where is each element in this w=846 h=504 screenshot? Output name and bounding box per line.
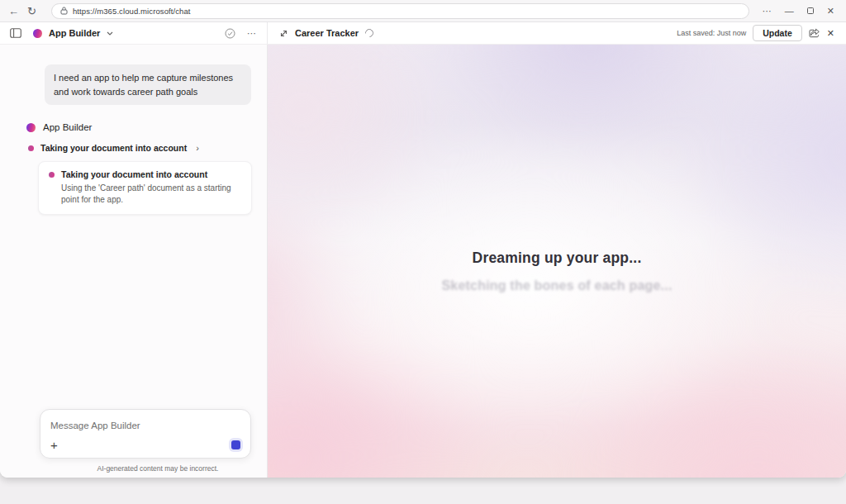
- add-attachment-button[interactable]: +: [50, 439, 58, 451]
- browser-more-icon[interactable]: ⋯: [763, 7, 772, 16]
- last-saved-status: Last saved: Just now: [677, 29, 746, 37]
- status-card: Taking your document into account Using …: [38, 161, 252, 215]
- status-item-label: Taking your document into account: [40, 143, 187, 153]
- window-close-icon[interactable]: ✕: [827, 7, 834, 16]
- assistant-row: App Builder: [26, 122, 267, 132]
- loading-spinner-icon: [364, 27, 375, 39]
- app-builder-avatar-icon: [26, 123, 36, 132]
- message-composer[interactable]: +: [40, 409, 251, 459]
- expand-icon[interactable]: [279, 29, 288, 38]
- status-card-description: Using the 'Career path' document as a st…: [61, 183, 241, 206]
- browser-refresh-icon[interactable]: ↻: [27, 6, 36, 17]
- window-controls: ⋯ — ✕: [763, 7, 838, 16]
- update-button[interactable]: Update: [753, 25, 802, 41]
- url-text: https://m365.cloud.microsoft/chat: [73, 7, 191, 16]
- browser-back-icon[interactable]: ←: [8, 6, 19, 17]
- url-bar[interactable]: https://m365.cloud.microsoft/chat: [51, 3, 749, 19]
- canvas-title: Career Tracker: [295, 28, 359, 38]
- user-message-bubble: I need an app to help me capture milesto…: [45, 64, 251, 105]
- status-card-title: Taking your document into account: [61, 169, 207, 179]
- loading-subtitle: Sketching the bones of each page...: [268, 278, 846, 293]
- chat-panel-header: App Builder ⋯: [0, 22, 268, 44]
- sidebar-toggle-icon[interactable]: [10, 28, 21, 38]
- window-maximize-icon[interactable]: [807, 7, 814, 14]
- app-canvas: Dreaming up your app... Sketching the bo…: [268, 45, 846, 478]
- canvas-header: Career Tracker Last saved: Just now Upda…: [268, 22, 846, 44]
- app-builder-logo-icon: [33, 29, 42, 38]
- status-dot-icon: [28, 145, 34, 151]
- canvas-close-icon[interactable]: ✕: [827, 28, 834, 39]
- browser-chrome: ← ↻ https://m365.cloud.microsoft/chat ⋯ …: [0, 0, 846, 22]
- message-input[interactable]: [50, 421, 240, 430]
- assistant-name: App Builder: [43, 122, 92, 132]
- site-info-lock-icon[interactable]: [60, 7, 68, 15]
- chevron-down-icon[interactable]: [107, 31, 113, 36]
- share-icon[interactable]: [809, 28, 820, 38]
- loading-title: Dreaming up your app...: [268, 250, 846, 267]
- browser-window: ← ↻ https://m365.cloud.microsoft/chat ⋯ …: [0, 0, 846, 478]
- chevron-right-icon: ›: [196, 143, 199, 153]
- window-minimize-icon[interactable]: —: [785, 7, 794, 16]
- stop-generating-button[interactable]: [231, 440, 240, 449]
- chat-panel-title[interactable]: App Builder: [49, 28, 100, 38]
- status-card-dot-icon: [49, 172, 55, 178]
- check-circle-icon[interactable]: [225, 28, 235, 39]
- chat-more-icon[interactable]: ⋯: [247, 28, 257, 39]
- app-header: App Builder ⋯ Career Tracker Last saved:…: [0, 22, 846, 45]
- ai-disclaimer: AI-generated content may be incorrect.: [40, 459, 251, 473]
- chat-panel: I need an app to help me capture milesto…: [0, 45, 268, 478]
- status-item[interactable]: Taking your document into account ›: [28, 143, 267, 153]
